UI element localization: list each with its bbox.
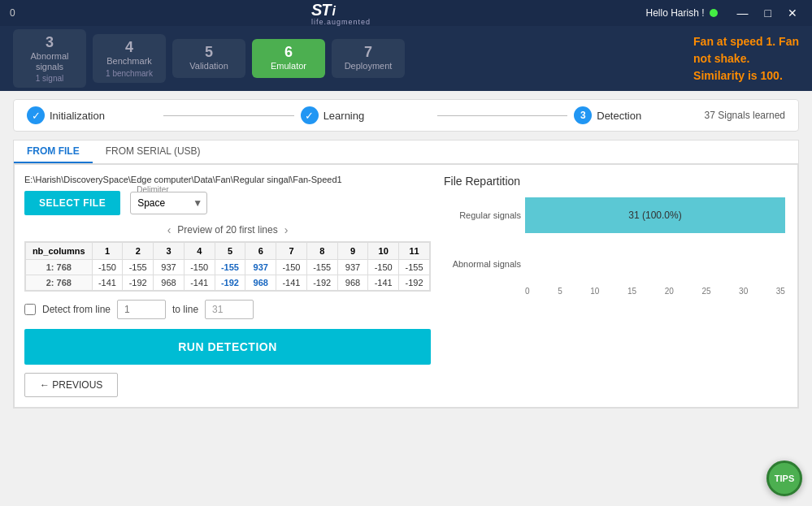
right-panel: File Repartition Regular signals Abnorma… xyxy=(444,175,788,397)
num-detection: 3 xyxy=(574,106,592,124)
step-card-emulator[interactable]: 6 Emulator xyxy=(252,39,325,78)
step-label-3: Abnormalsignals xyxy=(23,51,76,72)
delimiter-group: Delimiter Space Comma Tab Semicolon ▼ xyxy=(130,192,207,214)
cell-r1-c5: 968 xyxy=(245,275,276,291)
check-learning: ✓ xyxy=(301,106,319,124)
status-message: Fan at speed 1. Fan not shake. Similarit… xyxy=(693,33,799,84)
step-num-4: 4 xyxy=(102,39,156,56)
cell-r1-c2: 968 xyxy=(154,275,185,291)
preview-title: Preview of 20 first lines xyxy=(177,224,277,236)
step-label-5: Validation xyxy=(182,61,236,71)
app-version: 0 xyxy=(10,7,42,19)
step-init-label: Initialization xyxy=(50,110,105,122)
progress-bar: ✓ Initialization ✓ Learning 3 Detection … xyxy=(13,99,799,132)
col-header-1: 1 xyxy=(92,243,123,260)
table-row: 2: 768-141-192968-141-192968-141-192968-… xyxy=(26,275,430,291)
row-header-0: 1: 768 xyxy=(26,260,93,275)
cell-r0-c1: -155 xyxy=(123,260,154,275)
logo-sub: life.augmented xyxy=(311,18,371,26)
step-label-7: Deployment xyxy=(341,61,395,71)
step-learning-label: Learning xyxy=(323,110,365,122)
chart-title: File Repartition xyxy=(444,175,788,188)
progress-step-init: ✓ Initialization xyxy=(27,106,157,124)
next-page-icon[interactable]: › xyxy=(284,223,289,236)
step-num-6: 6 xyxy=(262,44,315,61)
x-tick-20: 20 xyxy=(665,287,674,296)
tab-from-file[interactable]: FROM FILE xyxy=(14,141,93,163)
step-num-3: 3 xyxy=(23,34,76,51)
col-header-5: 5 xyxy=(215,243,245,260)
cell-r0-c8: 937 xyxy=(337,260,368,275)
row-header-1: 2: 768 xyxy=(26,275,93,291)
online-indicator xyxy=(710,9,718,17)
step-card-abnormal[interactable]: 3 Abnormalsignals 1 signal xyxy=(13,29,86,88)
chart-label-abnormal: Abnormal signals xyxy=(444,246,521,282)
bar-row-regular: 31 (100.0%) xyxy=(525,197,788,233)
detect-from-line-checkbox[interactable] xyxy=(24,304,36,315)
progress-step-detection: 3 Detection xyxy=(574,106,704,124)
x-tick-25: 25 xyxy=(701,287,710,296)
cell-r0-c3: -150 xyxy=(184,260,215,275)
x-tick-15: 15 xyxy=(627,287,636,296)
chart-gap xyxy=(444,233,521,246)
preview-nav: ‹ Preview of 20 first lines › xyxy=(24,223,431,236)
cell-r1-c4: -192 xyxy=(215,275,245,291)
step-card-deployment[interactable]: 7 Deployment xyxy=(332,39,405,78)
cell-r0-c7: -155 xyxy=(306,260,337,275)
chart-area: Regular signals Abnormal signals 31 (100… xyxy=(444,197,788,315)
cell-r1-c0: -141 xyxy=(92,275,123,291)
left-panel: E:\Harish\DiscoverySpace\Edge computer\D… xyxy=(24,175,431,397)
cell-r0-c10: -155 xyxy=(399,260,430,275)
chart-bars: 31 (100.0%) xyxy=(525,197,788,282)
col-header-2: 2 xyxy=(123,243,154,260)
step-card-validation[interactable]: 5 Validation xyxy=(172,39,245,78)
cell-r0-c4: -155 xyxy=(215,260,245,275)
cell-r1-c7: -192 xyxy=(306,275,337,291)
col-header-6: 6 xyxy=(245,243,276,260)
run-detection-button[interactable]: RUN DETECTION xyxy=(24,329,431,365)
chart-label-regular: Regular signals xyxy=(444,197,521,233)
data-table: nb_columns 1 2 3 4 5 6 7 8 9 10 xyxy=(25,242,430,291)
progress-step-learning: ✓ Learning xyxy=(301,106,431,124)
bar-regular: 31 (100.0%) xyxy=(525,197,785,233)
col-header-10: 10 xyxy=(368,243,399,260)
tips-button[interactable]: TIPS xyxy=(766,461,802,496)
delimiter-select[interactable]: Space Comma Tab Semicolon xyxy=(130,192,207,214)
cell-r0-c9: -150 xyxy=(368,260,399,275)
table-header-row: nb_columns 1 2 3 4 5 6 7 8 9 10 xyxy=(26,243,430,260)
maximize-button[interactable]: □ xyxy=(760,5,776,21)
close-button[interactable]: ✕ xyxy=(783,5,802,21)
detect-from-line-row: Detect from line to line xyxy=(24,300,431,319)
check-init: ✓ xyxy=(27,106,45,124)
step-card-benchmark[interactable]: 4 Benchmark 1 benchmark xyxy=(93,34,166,82)
col-header-4: 4 xyxy=(184,243,215,260)
step-num-7: 7 xyxy=(341,44,395,61)
main-panel: FROM FILE FROM SERIAL (USB) E:\Harish\Di… xyxy=(13,140,799,409)
x-tick-30: 30 xyxy=(739,287,748,296)
cell-r1-c10: -192 xyxy=(399,275,430,291)
detect-from-line-label: Detect from line xyxy=(42,304,111,315)
body-split: E:\Harish\DiscoverySpace\Edge computer\D… xyxy=(14,164,798,408)
step-detection-label: Detection xyxy=(597,110,641,122)
delimiter-select-wrapper: Space Comma Tab Semicolon ▼ xyxy=(130,192,207,214)
x-tick-0: 0 xyxy=(525,287,530,296)
previous-button[interactable]: ← PREVIOUS xyxy=(24,373,118,397)
cell-r0-c6: -150 xyxy=(276,260,307,275)
from-line-input[interactable] xyxy=(117,300,166,319)
select-file-button[interactable]: SELECT FILE xyxy=(24,191,120,215)
prev-page-icon[interactable]: ‹ xyxy=(167,223,172,236)
to-line-label: to line xyxy=(172,304,198,315)
step-sub-3: 1 signal xyxy=(23,74,76,83)
col-header-3: 3 xyxy=(154,243,185,260)
step-label-6: Emulator xyxy=(262,61,315,71)
to-line-input[interactable] xyxy=(205,300,254,319)
cell-r0-c0: -150 xyxy=(92,260,123,275)
tab-from-serial[interactable]: FROM SERIAL (USB) xyxy=(93,141,214,163)
minimize-button[interactable]: — xyxy=(732,5,753,21)
user-greeting: Hello Harish ! xyxy=(646,7,705,19)
tabs-row: FROM FILE FROM SERIAL (USB) xyxy=(14,141,798,164)
cell-r1-c3: -141 xyxy=(184,275,215,291)
step-sub-4: 1 benchmark xyxy=(102,69,156,78)
signals-learned: 37 Signals learned xyxy=(705,110,785,121)
col-header-11: 11 xyxy=(399,243,430,260)
